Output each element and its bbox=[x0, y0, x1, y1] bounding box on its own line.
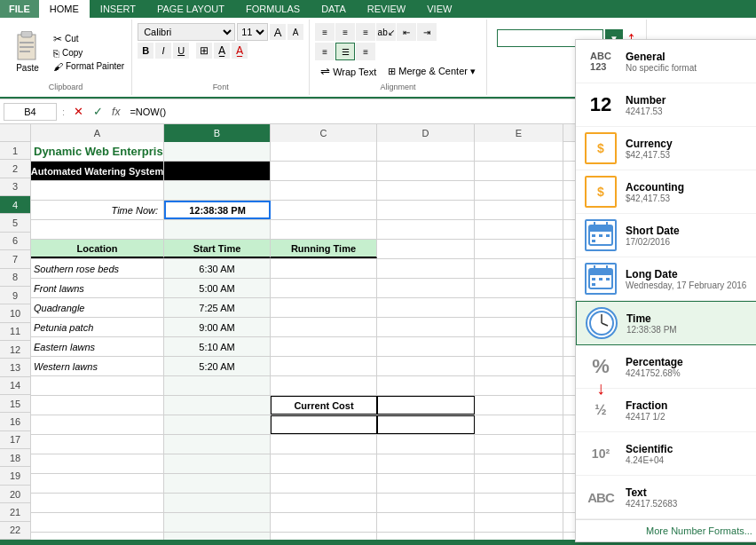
cell-c2[interactable] bbox=[271, 162, 377, 180]
cell-e3[interactable] bbox=[475, 181, 563, 200]
indent-decrease-button[interactable]: ⇤ bbox=[397, 23, 416, 41]
cell-b2[interactable] bbox=[164, 162, 271, 180]
wrap-text-button[interactable]: ⇌ Wrap Text bbox=[315, 62, 382, 81]
cell-a6[interactable]: Location bbox=[31, 240, 164, 258]
cell-e4[interactable] bbox=[475, 201, 563, 219]
font-color-button[interactable]: A̲ bbox=[232, 43, 248, 59]
font-size-select[interactable]: 11 bbox=[237, 23, 268, 41]
cell-d6[interactable] bbox=[377, 240, 475, 258]
cell-c5[interactable] bbox=[271, 220, 377, 239]
cell-e5[interactable] bbox=[475, 220, 563, 239]
cell-a10[interactable]: Petunia patch bbox=[31, 318, 164, 336]
bold-button[interactable]: B bbox=[138, 43, 154, 59]
cell-e8[interactable] bbox=[475, 279, 563, 297]
cell-e14[interactable] bbox=[475, 396, 563, 415]
cell-e11[interactable] bbox=[475, 337, 563, 356]
cell-c14[interactable]: Current Cost bbox=[271, 396, 377, 415]
format-percentage[interactable]: % ↓ Percentage 4241752.68% bbox=[576, 345, 756, 389]
col-header-c[interactable]: C bbox=[271, 124, 377, 142]
cell-b14[interactable] bbox=[164, 396, 271, 415]
cell-b8[interactable]: 5:00 AM bbox=[164, 279, 271, 297]
cell-c1[interactable] bbox=[271, 142, 377, 161]
cell-c6[interactable]: Running Time bbox=[271, 240, 377, 258]
cell-d12[interactable] bbox=[377, 357, 475, 375]
cell-e6[interactable] bbox=[475, 240, 563, 258]
cell-b10[interactable]: 9:00 AM bbox=[164, 318, 271, 336]
align-bottom-button[interactable]: ≡ bbox=[356, 23, 375, 41]
format-scientific[interactable]: 10² Scientific 4.24E+04 bbox=[576, 432, 756, 476]
format-time[interactable]: Time 12:38:38 PM bbox=[576, 301, 756, 345]
cell-c3[interactable] bbox=[271, 181, 377, 200]
cell-e12[interactable] bbox=[475, 357, 563, 375]
cell-d1[interactable] bbox=[377, 142, 475, 161]
cell-d10[interactable] bbox=[377, 318, 475, 336]
cell-d4[interactable] bbox=[377, 201, 475, 219]
row-7[interactable]: 7 bbox=[0, 250, 31, 268]
tab-data[interactable]: DATA bbox=[311, 0, 357, 18]
cell-c7[interactable] bbox=[271, 259, 377, 278]
row-8[interactable]: 8 bbox=[0, 269, 31, 287]
paste-button[interactable]: Paste bbox=[5, 28, 50, 75]
format-text[interactable]: ABC Text 42417.52683 bbox=[576, 476, 756, 519]
cell-e2[interactable] bbox=[475, 162, 563, 180]
cell-d11[interactable] bbox=[377, 337, 475, 356]
row-10[interactable]: 10 bbox=[0, 304, 31, 322]
rotate-text-button[interactable]: ab↙ bbox=[376, 23, 396, 41]
row-19[interactable]: 19 bbox=[0, 467, 31, 485]
col-header-d[interactable]: D bbox=[377, 124, 475, 142]
cell-d5[interactable] bbox=[377, 220, 475, 239]
cell-c12[interactable] bbox=[271, 357, 377, 375]
cell-e1[interactable] bbox=[475, 142, 563, 161]
row-22[interactable]: 22 bbox=[0, 522, 31, 540]
cell-d9[interactable] bbox=[377, 298, 475, 317]
cell-a15[interactable] bbox=[31, 415, 164, 434]
row-15[interactable]: 15 bbox=[0, 395, 31, 413]
underline-button[interactable]: U bbox=[173, 43, 189, 59]
merge-center-button[interactable]: ⊞ Merge & Center ▾ bbox=[382, 63, 481, 80]
cell-a8[interactable]: Front lawns bbox=[31, 279, 164, 297]
cell-e13[interactable] bbox=[475, 376, 563, 395]
cell-d3[interactable] bbox=[377, 181, 475, 200]
cell-c10[interactable] bbox=[271, 318, 377, 336]
format-currency[interactable]: $ Currency $42,417.53 bbox=[576, 127, 756, 170]
font-shrink-button[interactable]: A bbox=[287, 24, 303, 40]
cell-a11[interactable]: Eastern lawns bbox=[31, 337, 164, 356]
tab-review[interactable]: REVIEW bbox=[357, 0, 416, 18]
tab-file[interactable]: FILE bbox=[0, 0, 39, 18]
row-21[interactable]: 21 bbox=[0, 503, 31, 521]
row-18[interactable]: 18 bbox=[0, 449, 31, 467]
align-top-button[interactable]: ≡ bbox=[315, 23, 335, 41]
row-17[interactable]: 17 bbox=[0, 431, 31, 449]
cell-a4[interactable]: Time Now: bbox=[31, 201, 164, 219]
cell-b1[interactable] bbox=[164, 142, 271, 161]
cell-b4[interactable]: 12:38:38 PM bbox=[164, 201, 271, 219]
cancel-formula-button[interactable]: ✕ bbox=[70, 104, 86, 120]
cell-d13[interactable] bbox=[377, 376, 475, 395]
font-name-select[interactable]: Calibri bbox=[138, 23, 235, 41]
tab-formulas[interactable]: FORMULAS bbox=[235, 0, 311, 18]
confirm-formula-button[interactable]: ✓ bbox=[90, 104, 106, 120]
row-20[interactable]: 20 bbox=[0, 486, 31, 503]
format-short-date[interactable]: Short Date 17/02/2016 bbox=[576, 214, 756, 257]
align-right-button[interactable]: ≡ bbox=[356, 43, 375, 60]
row-6[interactable]: 6 bbox=[0, 233, 31, 250]
format-number[interactable]: 12 Number 42417.53 bbox=[576, 83, 756, 127]
italic-button[interactable]: I bbox=[155, 43, 171, 59]
cell-d8[interactable] bbox=[377, 279, 475, 297]
cell-c9[interactable] bbox=[271, 298, 377, 317]
cell-c4[interactable] bbox=[271, 201, 377, 219]
cell-c8[interactable] bbox=[271, 279, 377, 297]
col-header-b[interactable]: B bbox=[164, 124, 271, 142]
row-12[interactable]: 12 bbox=[0, 341, 31, 359]
cell-reference-box[interactable] bbox=[4, 103, 57, 121]
row-16[interactable]: 16 bbox=[0, 413, 31, 430]
cell-e10[interactable] bbox=[475, 318, 563, 336]
font-grow-button[interactable]: A bbox=[270, 24, 286, 40]
cell-b7[interactable]: 6:30 AM bbox=[164, 259, 271, 278]
cell-b12[interactable]: 5:20 AM bbox=[164, 357, 271, 375]
cell-a9[interactable]: Quadrangle bbox=[31, 298, 164, 317]
tab-home[interactable]: HOME bbox=[39, 0, 90, 18]
row-4[interactable]: 4 bbox=[0, 196, 31, 214]
copy-button[interactable]: ⎘ Copy bbox=[51, 47, 126, 59]
cell-d2[interactable] bbox=[377, 162, 475, 180]
